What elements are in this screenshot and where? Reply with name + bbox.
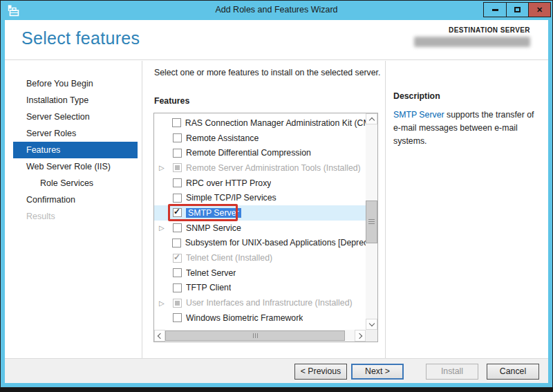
features-list-label: Features (154, 96, 189, 106)
chevron-up-icon (368, 117, 374, 122)
feature-label: Simple TCP/IP Services (186, 193, 276, 203)
instruction-text: Select one or more features to install o… (154, 68, 380, 77)
feature-label: Windows Biometric Framework (186, 313, 303, 323)
feature-label: RPC over HTTP Proxy (186, 178, 271, 188)
titlebar[interactable]: Add Roles and Features Wizard ✕ (1, 1, 552, 20)
partial-check-icon (175, 165, 180, 170)
feature-checkbox[interactable] (173, 313, 182, 322)
annotation-highlight (168, 204, 238, 221)
destination-server-label: DESTINATION SERVER (414, 26, 530, 34)
footer-bar: < Previous Next > Install Cancel (5, 358, 548, 383)
chevron-left-icon (158, 333, 163, 338)
expand-arrow-icon[interactable]: ▷ (159, 299, 168, 308)
smtp-server-link[interactable]: SMTP Server (393, 110, 444, 120)
client-area: Select features DESTINATION SERVER Befor… (5, 20, 548, 383)
chevron-right-icon (357, 333, 362, 338)
feature-row-telnet-server[interactable]: Telnet Server (154, 265, 366, 281)
feature-row-remote-server-administration-tools-installed[interactable]: ▷Remote Server Administration Tools (Ins… (154, 160, 366, 176)
cancel-button[interactable]: Cancel (487, 364, 539, 380)
destination-server-redacted (414, 37, 530, 47)
feature-checkbox[interactable] (173, 194, 182, 203)
feature-checkbox[interactable] (173, 133, 182, 142)
feature-label: Remote Assistance (186, 133, 259, 143)
description-title: Description (393, 91, 543, 101)
feature-row-simple-tcp-ip-services[interactable]: Simple TCP/IP Services (154, 190, 366, 205)
feature-checkbox[interactable] (173, 283, 182, 292)
wizard-window: Add Roles and Features Wizard ✕ Select f… (0, 0, 553, 388)
vertical-scrollbar-thumb[interactable] (366, 200, 377, 243)
scroll-left-button[interactable] (154, 330, 165, 342)
minimize-button[interactable] (484, 3, 506, 17)
install-button[interactable]: Install (426, 364, 478, 380)
sidebar-item-installation-type[interactable]: Installation Type (5, 92, 142, 109)
feature-label: Subsystem for UNIX-based Applications [D… (185, 238, 366, 248)
feature-row-smtp-server[interactable]: ✓SMTP Server (154, 205, 366, 221)
feature-row-remote-assistance[interactable]: Remote Assistance (154, 131, 366, 146)
close-icon: ✕ (536, 6, 543, 15)
sidebar-item-features[interactable]: Features (13, 142, 138, 158)
feature-row-user-interfaces-and-infrastructure-installed[interactable]: ▷User Interfaces and Infrastructure (Ins… (154, 295, 366, 310)
minimize-icon (492, 9, 498, 11)
next-button[interactable]: Next > (351, 364, 404, 380)
page-title: Select features (21, 28, 140, 48)
feature-row-telnet-client-installed[interactable]: ✓Telnet Client (Installed) (154, 250, 366, 265)
sidebar-item-before-you-begin[interactable]: Before You Begin (5, 75, 142, 92)
features-listbox[interactable]: RAS Connection Manager Administration Ki… (153, 113, 378, 342)
feature-checkbox[interactable] (173, 149, 182, 158)
scrollbar-corner (366, 330, 377, 342)
window-title: Add Roles and Features Wizard (1, 5, 552, 15)
feature-row-tftp-client[interactable]: TFTP Client (154, 281, 366, 296)
chevron-down-icon (368, 320, 374, 326)
feature-checkbox[interactable] (172, 118, 181, 127)
feature-checkbox[interactable] (173, 268, 182, 277)
sidebar-item-web-server-role-iis[interactable]: Web Server Role (IIS) (5, 158, 142, 175)
feature-row-snmp-service[interactable]: ▷SNMP Service (154, 221, 366, 236)
feature-checkbox[interactable] (173, 178, 182, 187)
previous-button[interactable]: < Previous (294, 364, 347, 380)
description-separator (385, 61, 386, 358)
feature-label: Telnet Server (186, 268, 236, 278)
expand-arrow-icon[interactable]: ▷ (159, 223, 168, 232)
sidebar-item-results: Results (5, 208, 142, 225)
feature-checkbox[interactable] (173, 299, 182, 308)
feature-row-remote-differential-compression[interactable]: Remote Differential Compression (154, 145, 366, 160)
scroll-right-button[interactable] (355, 330, 366, 342)
maximize-icon (514, 7, 521, 12)
feature-label: Remote Differential Compression (186, 148, 311, 158)
sidebar-item-role-services[interactable]: Role Services (5, 175, 142, 192)
expand-arrow-icon[interactable]: ▷ (159, 163, 168, 172)
feature-label: TFTP Client (186, 283, 231, 292)
scroll-up-button[interactable] (366, 113, 377, 124)
maximize-button[interactable] (506, 3, 528, 17)
sidebar-item-server-roles[interactable]: Server Roles (5, 125, 142, 142)
feature-row-windows-biometric-framework[interactable]: Windows Biometric Framework (154, 310, 366, 326)
checkmark-icon: ✓ (174, 252, 180, 262)
feature-label: SNMP Service (186, 223, 241, 233)
sidebar-nav: Before You BeginInstallation TypeServer … (5, 61, 142, 358)
feature-label: User Interfaces and Infrastructure (Inst… (186, 298, 353, 308)
feature-checkbox[interactable] (173, 163, 182, 172)
sidebar-item-confirmation[interactable]: Confirmation (5, 192, 142, 208)
feature-label: Telnet Client (Installed) (186, 253, 272, 263)
wizard-header: Select features DESTINATION SERVER (5, 20, 548, 60)
features-rows: RAS Connection Manager Administration Ki… (154, 115, 366, 330)
feature-label: RAS Connection Manager Administration Ki… (185, 118, 366, 128)
vertical-scrollbar[interactable] (366, 113, 377, 330)
close-button[interactable]: ✕ (528, 3, 550, 17)
sidebar-item-server-selection[interactable]: Server Selection (5, 109, 142, 125)
scroll-down-button[interactable] (366, 319, 377, 330)
window-controls: ✕ (483, 2, 551, 17)
feature-row-subsystem-for-unix-based-applications-deprecated[interactable]: Subsystem for UNIX-based Applications [D… (154, 236, 366, 251)
description-panel: Description SMTP Server supports the tra… (393, 91, 543, 148)
feature-checkbox[interactable] (173, 223, 182, 232)
feature-checkbox[interactable]: ✓ (173, 254, 182, 263)
feature-checkbox[interactable] (172, 239, 181, 248)
description-body: SMTP Server supports the transfer of e-m… (393, 109, 543, 148)
horizontal-scrollbar-thumb[interactable] (165, 330, 345, 341)
feature-row-rpc-over-http-proxy[interactable]: RPC over HTTP Proxy (154, 176, 366, 191)
destination-server-block: DESTINATION SERVER (414, 26, 530, 47)
horizontal-scrollbar[interactable] (154, 330, 366, 342)
partial-check-icon (175, 301, 180, 306)
feature-label: Remote Server Administration Tools (Inst… (186, 163, 361, 173)
feature-row-ras-connection-manager-administration-kit-cmak[interactable]: RAS Connection Manager Administration Ki… (154, 115, 366, 131)
